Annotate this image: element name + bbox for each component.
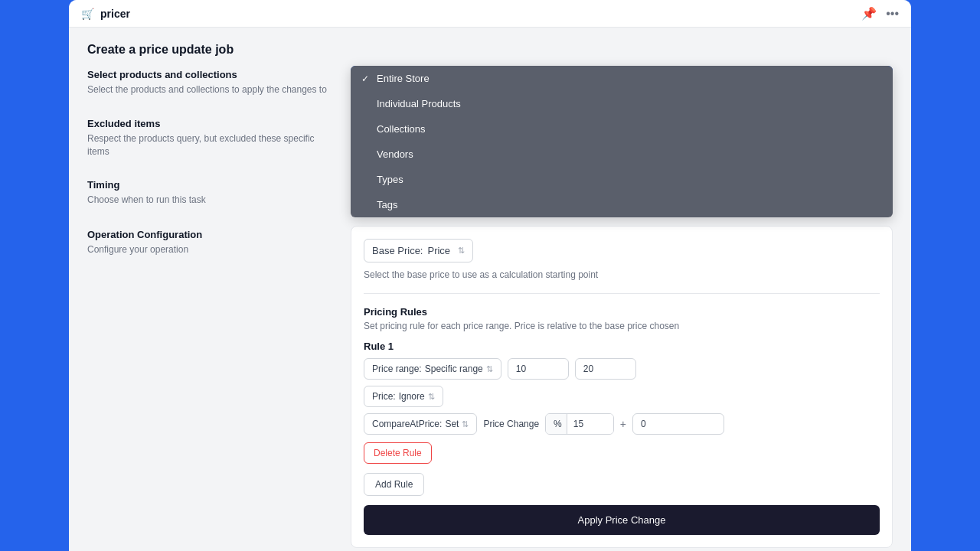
base-price-helper: Select the base price to use as a calcul… [364, 269, 598, 280]
price-range-arrows-icon: ⇅ [486, 364, 493, 374]
dropdown-option-collections[interactable]: Collections [351, 116, 893, 142]
operation-content: Base Price: Price ⇅ Select the base pric… [351, 226, 893, 548]
excluded-description: Respect the products query, but excluded… [87, 132, 332, 158]
dropdown-option-types[interactable]: Types [351, 167, 893, 192]
page-title: Create a price update job [87, 43, 893, 57]
rule-1-compare-row: CompareAtPrice: Set ⇅ Price Change % + [364, 413, 880, 435]
price-select-label: Price: [372, 391, 396, 402]
delete-rule-wrapper: Delete Rule [364, 442, 880, 464]
range-from-input[interactable] [508, 358, 569, 380]
price-select[interactable]: Price: Ignore ⇅ [364, 386, 443, 407]
dropdown-option-vendors[interactable]: Vendors [351, 142, 893, 167]
percent-prefix-icon: % [546, 414, 567, 434]
compare-arrows-icon: ⇅ [462, 419, 469, 429]
divider [364, 293, 880, 294]
price-select-arrows-icon: ⇅ [428, 392, 435, 402]
compare-at-price-select[interactable]: CompareAtPrice: Set ⇅ [364, 413, 477, 435]
cart-icon: 🛒 [81, 8, 94, 20]
titlebar: 🛒 pricer 📌 ••• [69, 0, 911, 28]
operation-label: Operation Configuration Configure your o… [87, 226, 332, 548]
range-to-input[interactable] [575, 358, 636, 380]
products-label: Select products and collections Select t… [87, 66, 332, 96]
dropdown-option-entire-store[interactable]: ✓ Entire Store [351, 66, 893, 91]
rule-1: Rule 1 Price range: Specific range ⇅ [364, 341, 880, 464]
rule-1-price-row: Price: Ignore ⇅ [364, 386, 880, 407]
app-title: 🛒 pricer [81, 8, 130, 20]
app-window: 🛒 pricer 📌 ••• Create a price update job… [69, 0, 911, 551]
timing-description: Choose when to run this task [87, 194, 332, 207]
add-rule-wrapper: Add Rule [364, 473, 880, 496]
price-range-value: Specific range [425, 364, 483, 374]
rule-1-title: Rule 1 [364, 341, 880, 352]
timing-label: Timing Choose when to run this task [87, 176, 332, 207]
operation-heading: Operation Configuration [87, 229, 332, 240]
price-range-label: Price range: [372, 364, 422, 374]
dropdown-option-individual-products[interactable]: Individual Products [351, 91, 893, 116]
base-price-select[interactable]: Base Price: Price ⇅ [364, 239, 473, 262]
price-range-select[interactable]: Price range: Specific range ⇅ [364, 358, 501, 380]
base-price-label: Base Price: [372, 245, 423, 256]
plus-icon: + [620, 418, 626, 430]
apply-price-change-button[interactable]: Apply Price Change [364, 505, 880, 535]
base-price-arrows-icon: ⇅ [458, 246, 465, 256]
price-change-label: Price Change [483, 419, 539, 429]
delete-rule-button[interactable]: Delete Rule [364, 442, 432, 464]
percent-input-wrapper: % [545, 413, 614, 435]
app-name: pricer [100, 8, 130, 20]
plus-value-input[interactable] [632, 413, 724, 435]
operation-description: Configure your operation [87, 243, 332, 256]
products-section: Select products and collections Select t… [87, 66, 893, 96]
products-heading: Select products and collections [87, 69, 332, 80]
operation-card: Base Price: Price ⇅ Select the base pric… [351, 226, 893, 548]
pin-icon[interactable]: 📌 [861, 6, 877, 21]
products-description: Select the products and collections to a… [87, 83, 332, 96]
titlebar-actions: 📌 ••• [861, 6, 899, 21]
percent-value-input[interactable] [567, 414, 613, 434]
more-icon[interactable]: ••• [886, 7, 899, 21]
add-rule-button[interactable]: Add Rule [364, 473, 424, 496]
pricing-rules-section: Pricing Rules Set pricing rule for each … [364, 306, 880, 331]
timing-heading: Timing [87, 179, 332, 191]
dropdown-option-tags[interactable]: Tags [351, 192, 893, 217]
excluded-label: Excluded items Respect the products quer… [87, 115, 332, 158]
price-select-value: Ignore [399, 391, 425, 402]
pricing-rules-desc: Set pricing rule for each price range. P… [364, 321, 880, 331]
rule-1-range-row: Price range: Specific range ⇅ [364, 358, 880, 380]
check-icon: ✓ [361, 73, 372, 84]
excluded-heading: Excluded items [87, 118, 332, 129]
base-price-value: Price [427, 245, 450, 256]
compare-value: Set [445, 419, 459, 429]
pricing-rules-title: Pricing Rules [364, 306, 880, 318]
page-header: Create a price update job [69, 28, 911, 66]
operation-section: Operation Configuration Configure your o… [87, 226, 893, 548]
products-content: Entire Store ⌄ ✓ Entire Store Individual… [351, 66, 893, 96]
main-content: Select products and collections Select t… [69, 66, 911, 551]
products-dropdown-menu: ✓ Entire Store Individual Products Colle… [351, 66, 893, 217]
compare-label: CompareAtPrice: [372, 419, 442, 429]
